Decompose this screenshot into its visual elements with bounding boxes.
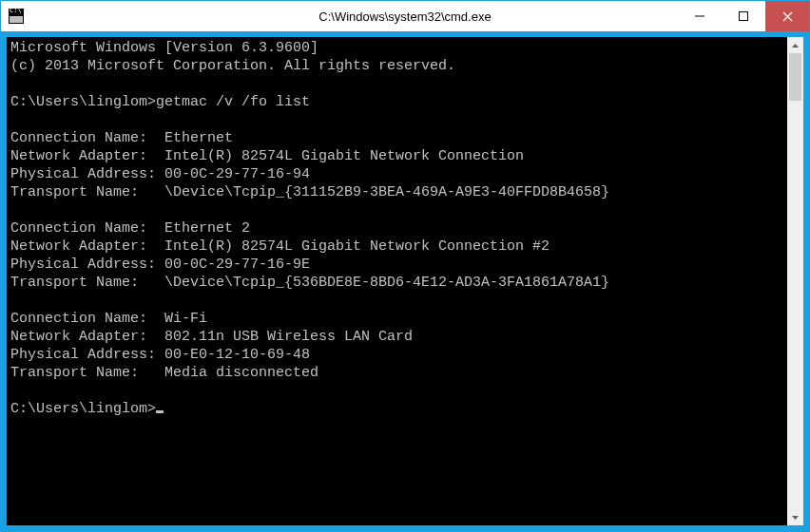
conn-name-label: Connection Name: bbox=[10, 311, 147, 327]
svg-marker-5 bbox=[792, 516, 799, 520]
window-controls bbox=[678, 1, 809, 31]
cmd-window: C:\Windows\system32\cmd.exe Microsoft Wi… bbox=[0, 0, 810, 532]
cursor bbox=[156, 410, 164, 413]
adapter-label: Network Adapter: bbox=[10, 148, 147, 164]
physaddr-label: Physical Address: bbox=[10, 166, 156, 182]
titlebar[interactable]: C:\Windows\system32\cmd.exe bbox=[1, 1, 809, 31]
prompt-1: C:\Users\linglom> bbox=[10, 94, 156, 110]
svg-rect-1 bbox=[740, 12, 748, 21]
scroll-up-button[interactable] bbox=[787, 37, 803, 53]
content-area: Microsoft Windows [Version 6.3.9600] (c)… bbox=[1, 31, 809, 531]
transport-label: Transport Name: bbox=[10, 275, 139, 291]
conn-name-value: Ethernet bbox=[164, 130, 233, 146]
physaddr-value: 00-E0-12-10-69-48 bbox=[164, 347, 310, 363]
command-1: getmac /v /fo list bbox=[156, 94, 310, 110]
adapter-label: Network Adapter: bbox=[10, 238, 147, 255]
console-output: Microsoft Windows [Version 6.3.9600] (c)… bbox=[7, 37, 803, 420]
adapter-value: Intel(R) 82574L Gigabit Network Connecti… bbox=[164, 238, 550, 255]
svg-marker-4 bbox=[792, 44, 799, 48]
prompt-2: C:\Users\linglom> bbox=[10, 401, 156, 417]
conn-name-value: Ethernet 2 bbox=[164, 220, 250, 237]
physaddr-label: Physical Address: bbox=[10, 256, 156, 273]
scroll-track[interactable] bbox=[787, 53, 803, 509]
physaddr-value: 00-0C-29-77-16-9E bbox=[164, 256, 310, 273]
transport-value: Media disconnected bbox=[164, 365, 318, 381]
transport-value: \Device\Tcpip_{311152B9-3BEA-469A-A9E3-4… bbox=[164, 184, 609, 200]
transport-label: Transport Name: bbox=[10, 365, 139, 381]
physaddr-value: 00-0C-29-77-16-94 bbox=[164, 166, 310, 182]
console[interactable]: Microsoft Windows [Version 6.3.9600] (c)… bbox=[7, 37, 803, 525]
cmd-icon bbox=[9, 9, 24, 24]
transport-label: Transport Name: bbox=[10, 184, 139, 200]
scroll-thumb[interactable] bbox=[789, 53, 801, 101]
adapter-label: Network Adapter: bbox=[10, 329, 147, 345]
scroll-down-button[interactable] bbox=[787, 509, 803, 525]
minimize-button[interactable] bbox=[678, 1, 722, 31]
header-line-1: Microsoft Windows [Version 6.3.9600] bbox=[10, 40, 318, 56]
conn-name-label: Connection Name: bbox=[10, 220, 147, 237]
header-line-2: (c) 2013 Microsoft Corporation. All righ… bbox=[10, 58, 455, 74]
transport-value: \Device\Tcpip_{536BDE8E-8BD6-4E12-AD3A-3… bbox=[164, 275, 609, 291]
adapter-value: 802.11n USB Wireless LAN Card bbox=[164, 329, 413, 345]
conn-name-label: Connection Name: bbox=[10, 130, 147, 146]
maximize-button[interactable] bbox=[722, 1, 765, 31]
adapter-value: Intel(R) 82574L Gigabit Network Connecti… bbox=[164, 148, 524, 164]
physaddr-label: Physical Address: bbox=[10, 347, 156, 363]
conn-name-value: Wi-Fi bbox=[164, 311, 207, 327]
close-button[interactable] bbox=[765, 1, 809, 31]
scrollbar[interactable] bbox=[787, 37, 803, 525]
